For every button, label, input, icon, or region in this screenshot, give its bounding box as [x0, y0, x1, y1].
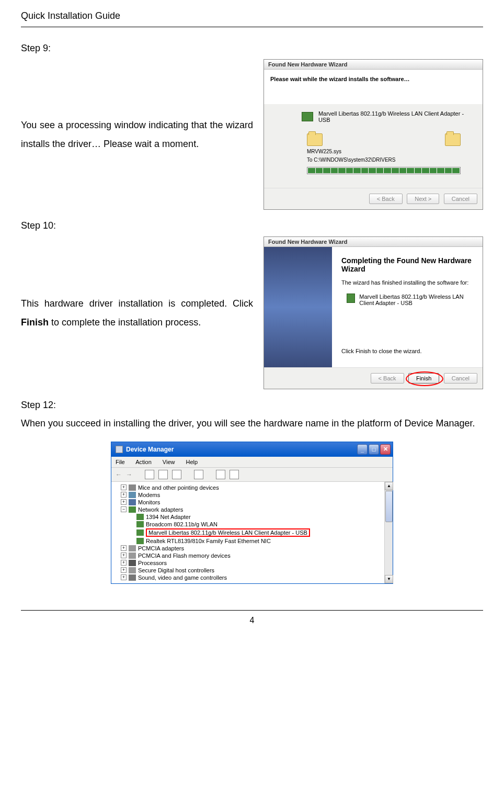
step10-text-bold: Finish: [21, 317, 49, 328]
tree-item: Monitors: [138, 499, 160, 505]
step10-description: This hardware driver installation is com…: [21, 294, 253, 332]
page-header: Quick Installation Guide: [21, 10, 483, 27]
toolbar-icon: [158, 470, 168, 479]
pcmcia-flash-icon: [129, 552, 136, 559]
wizard-complete-subtext: The wizard has finished installing the s…: [341, 279, 473, 286]
wizard-complete-heading: Completing the Found New Hardware Wizard: [341, 256, 473, 273]
wizard-instruction: Please wait while the wizard installs th…: [270, 76, 476, 82]
expander-icon: +: [121, 499, 127, 505]
page-number: 4: [250, 616, 255, 625]
page-footer: 4: [21, 610, 483, 625]
tree-child-item: Broadcom 802.11b/g WLAN: [146, 521, 217, 527]
toolbar-icon: [194, 470, 203, 479]
maximize-button: □: [369, 444, 379, 455]
mouse-icon: [129, 484, 136, 491]
step10-text-post: to complete the installation process.: [49, 317, 201, 328]
finish-button: Finish: [408, 373, 439, 384]
expander-icon: +: [121, 545, 127, 551]
device-name: Marvell Libertas 802.11g/b Wireless LAN …: [318, 110, 476, 123]
tree-item: Mice and other pointing devices: [138, 484, 219, 491]
step12-description: When you succeed in installing the drive…: [21, 416, 483, 431]
document-title: Quick Installation Guide: [21, 10, 483, 21]
device-manager-icon: [116, 446, 123, 453]
step9-description: You see a processing window indicating t…: [21, 116, 253, 153]
back-button: < Back: [369, 194, 403, 204]
back-button: < Back: [371, 373, 404, 384]
toolbar-icon: [172, 470, 181, 479]
next-button: Next >: [407, 194, 439, 204]
installed-device-name: Marvell Libertas 802.11g/b Wireless LAN …: [359, 294, 473, 306]
wizard-title: Found New Hardware Wizard: [264, 60, 483, 70]
cancel-button: Cancel: [444, 194, 477, 204]
modem-icon: [129, 492, 136, 498]
network-adapter-icon: [136, 514, 144, 520]
network-card-icon: [302, 112, 313, 121]
expander-icon: +: [121, 574, 127, 580]
arrow-left-icon: ←: [116, 471, 122, 478]
step10-text-pre: This hardware driver installation is com…: [21, 298, 253, 309]
network-card-icon: [347, 294, 355, 303]
tree-item: PCMCIA and Flash memory devices: [138, 552, 231, 559]
tree-child-item: Realtek RTL8139/810x Family Fast Etherne…: [146, 538, 271, 544]
device-manager-title: Device Manager: [126, 446, 174, 453]
close-button: ✕: [380, 444, 391, 455]
menu-bar: File Action View Help: [111, 457, 393, 468]
expander-icon: +: [121, 560, 127, 566]
toolbar: ← →: [111, 468, 393, 482]
expander-icon: +: [121, 492, 127, 498]
menu-action: Action: [135, 459, 152, 465]
tree-item: Network adapters: [138, 506, 183, 513]
tree-item: Sound, video and game controllers: [138, 574, 227, 581]
step10-label: Step 10:: [21, 220, 483, 231]
install-progress-bar: [307, 167, 461, 174]
device-manager-screenshot: Device Manager _ □ ✕ File Action View He…: [111, 442, 393, 584]
tree-item: Secure Digital host controllers: [138, 567, 214, 573]
menu-file: File: [116, 459, 125, 465]
menu-view: View: [163, 459, 175, 465]
pcmcia-icon: [129, 545, 136, 551]
sd-icon: [129, 567, 136, 573]
network-adapter-icon: [129, 506, 136, 513]
step10-wizard-screenshot: Found New Hardware Wizard Completing the…: [264, 236, 483, 389]
dest-folder-icon: [445, 133, 461, 146]
step12-label: Step 12:: [21, 400, 483, 411]
expander-icon: +: [121, 484, 127, 490]
tree-item: Processors: [138, 560, 167, 566]
toolbar-icon: [230, 470, 239, 479]
network-adapter-icon: [136, 529, 144, 536]
wizard-title: Found New Hardware Wizard: [264, 237, 483, 247]
device-tree: +Mice and other pointing devices +Modems…: [111, 482, 393, 583]
scrollbar: ▲ ▼: [384, 482, 393, 583]
toolbar-icon: [216, 470, 225, 479]
cancel-button: Cancel: [444, 373, 477, 384]
processor-icon: [129, 560, 136, 566]
wizard-finish-hint: Click Finish to close the wizard.: [341, 348, 473, 354]
copying-destination: To C:\WINDOWS\system32\DRIVERS: [307, 157, 476, 163]
copying-filename: MRVW225.sys: [307, 149, 476, 154]
arrow-right-icon: →: [126, 471, 132, 478]
tree-item: Modems: [138, 492, 160, 498]
scroll-down-button: ▼: [385, 575, 393, 583]
expander-icon: −: [121, 506, 127, 512]
sound-icon: [129, 574, 136, 581]
source-folder-icon: [307, 133, 323, 146]
scroll-up-button: ▲: [385, 482, 393, 490]
tree-item: PCMCIA adapters: [138, 545, 184, 551]
network-adapter-icon: [136, 521, 144, 527]
step9-label: Step 9:: [21, 43, 483, 54]
scroll-thumb: [385, 491, 393, 522]
wizard-sidebar-graphic: [264, 247, 332, 367]
minimize-button: _: [357, 444, 368, 455]
network-adapter-icon: [136, 538, 144, 544]
expander-icon: +: [121, 567, 127, 573]
expander-icon: +: [121, 552, 127, 558]
highlighted-device: Marvell Libertas 802.11g/b Wireless LAN …: [146, 528, 310, 537]
tree-child-item: 1394 Net Adapter: [146, 514, 191, 520]
toolbar-icon: [145, 470, 154, 479]
menu-help: Help: [186, 459, 198, 465]
monitor-icon: [129, 499, 136, 505]
step9-wizard-screenshot: Found New Hardware Wizard Please wait wh…: [264, 59, 483, 210]
